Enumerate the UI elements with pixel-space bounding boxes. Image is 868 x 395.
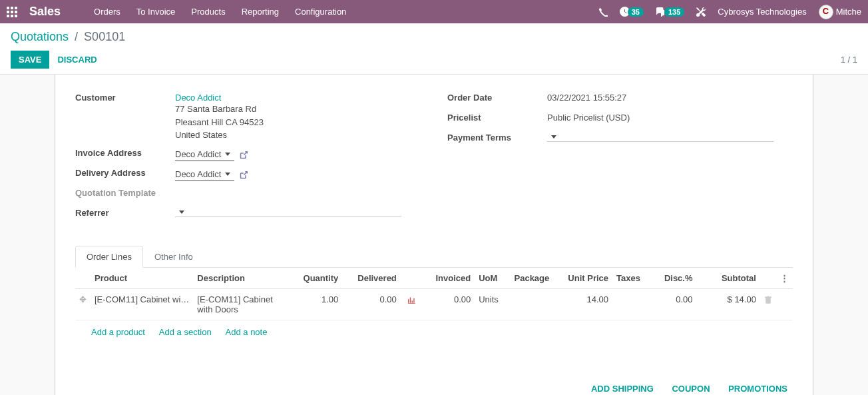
breadcrumb-root[interactable]: Quotations bbox=[11, 30, 69, 43]
table-row[interactable]: ✥ [E-COM11] Cabinet with … [E-COM11] Cab… bbox=[75, 288, 793, 320]
company-name[interactable]: Cybrosys Technologies bbox=[718, 7, 806, 17]
form-tabs: Order Lines Other Info bbox=[75, 246, 793, 268]
customer-addr1: 77 Santa Barbara Rd bbox=[175, 103, 421, 116]
th-subtotal: Subtotal bbox=[697, 268, 760, 289]
save-button[interactable]: SAVE bbox=[11, 51, 49, 69]
th-description: Description bbox=[193, 268, 290, 289]
th-quantity: Quantity bbox=[290, 268, 342, 289]
customer-addr3: United States bbox=[175, 129, 421, 142]
delivery-addr-field[interactable]: Deco Addict bbox=[175, 168, 234, 181]
nav-right: 35 135 Cybrosys Technologies Mitche bbox=[598, 5, 861, 19]
referrer-field[interactable] bbox=[175, 208, 401, 217]
add-section-link[interactable]: Add a section bbox=[159, 327, 212, 337]
external-link-icon[interactable] bbox=[240, 149, 248, 159]
th-uom: UoM bbox=[475, 268, 510, 289]
cell-unit-price[interactable]: 14.00 bbox=[556, 288, 612, 320]
th-invoiced: Invoiced bbox=[420, 268, 475, 289]
chevron-down-icon[interactable] bbox=[551, 135, 556, 139]
breadcrumb-sep: / bbox=[75, 30, 78, 43]
cell-product[interactable]: [E-COM11] Cabinet with … bbox=[91, 288, 193, 320]
cell-description[interactable]: [E-COM11] Cabinet with Doors bbox=[193, 288, 290, 320]
discard-button[interactable]: DISCARD bbox=[57, 55, 97, 65]
user-menu[interactable]: Mitche bbox=[819, 5, 861, 19]
pricelist-label: Pricelist bbox=[447, 111, 547, 123]
pager[interactable]: 1 / 1 bbox=[841, 55, 857, 65]
customer-label: Customer bbox=[75, 91, 175, 103]
cell-quantity[interactable]: 1.00 bbox=[290, 288, 342, 320]
user-avatar bbox=[819, 5, 833, 19]
forecast-icon[interactable] bbox=[407, 294, 416, 304]
breadcrumb-current: S00101 bbox=[84, 30, 125, 43]
customer-link[interactable]: Deco Addict bbox=[175, 93, 221, 103]
user-name: Mitche bbox=[836, 7, 861, 17]
chevron-down-icon[interactable] bbox=[179, 210, 184, 214]
tab-other-info[interactable]: Other Info bbox=[143, 246, 204, 268]
cell-uom[interactable]: Units bbox=[475, 288, 510, 320]
th-unit-price: Unit Price bbox=[556, 268, 612, 289]
phone-icon[interactable] bbox=[598, 7, 608, 17]
add-product-link[interactable]: Add a product bbox=[91, 327, 145, 337]
messages-badge: 135 bbox=[664, 7, 684, 17]
referrer-label: Referrer bbox=[75, 206, 175, 218]
nav-reporting[interactable]: Reporting bbox=[242, 7, 279, 17]
order-lines-table: Product Description Quantity Delivered I… bbox=[75, 268, 793, 320]
promotions-link[interactable]: PROMOTIONS bbox=[728, 384, 787, 394]
order-date-value[interactable]: 03/22/2021 15:55:27 bbox=[547, 91, 793, 103]
activity-icon[interactable]: 35 bbox=[620, 7, 644, 17]
payment-terms-label: Payment Terms bbox=[447, 131, 547, 143]
customer-addr2: Pleasant Hill CA 94523 bbox=[175, 116, 421, 129]
invoice-addr-value: Deco Addict bbox=[175, 149, 221, 159]
activity-badge: 35 bbox=[628, 7, 644, 17]
payment-terms-field[interactable] bbox=[547, 133, 773, 142]
invoice-addr-label: Invoice Address bbox=[75, 146, 175, 158]
settings-icon[interactable] bbox=[696, 7, 706, 17]
drag-handle-icon[interactable]: ✥ bbox=[79, 294, 87, 304]
control-panel: Quotations / S00101 SAVE DISCARD 1 / 1 bbox=[0, 23, 868, 75]
nav-orders[interactable]: Orders bbox=[94, 7, 120, 17]
delivery-addr-value: Deco Addict bbox=[175, 169, 221, 179]
cell-taxes[interactable] bbox=[612, 288, 646, 320]
messages-icon[interactable]: 135 bbox=[656, 7, 684, 17]
trash-icon[interactable] bbox=[764, 294, 772, 304]
chevron-down-icon[interactable] bbox=[225, 173, 230, 176]
invoice-addr-field[interactable]: Deco Addict bbox=[175, 148, 234, 161]
coupon-link[interactable]: COUPON bbox=[672, 384, 710, 394]
cell-disc[interactable]: 0.00 bbox=[646, 288, 697, 320]
cell-delivered[interactable]: 0.00 bbox=[342, 288, 401, 320]
tab-order-lines[interactable]: Order Lines bbox=[75, 246, 143, 268]
cell-invoiced[interactable]: 0.00 bbox=[420, 288, 475, 320]
main-navbar: Sales Orders To Invoice Products Reporti… bbox=[0, 0, 868, 23]
apps-icon[interactable] bbox=[7, 7, 17, 17]
add-shipping-link[interactable]: ADD SHIPPING bbox=[591, 384, 654, 394]
th-taxes: Taxes bbox=[612, 268, 646, 289]
th-disc: Disc.% bbox=[646, 268, 697, 289]
chevron-down-icon[interactable] bbox=[225, 153, 230, 156]
add-line-links: Add a product Add a section Add a note bbox=[75, 320, 793, 344]
breadcrumb: Quotations / S00101 bbox=[11, 30, 857, 44]
external-link-icon[interactable] bbox=[240, 169, 248, 179]
nav-menu: Orders To Invoice Products Reporting Con… bbox=[94, 7, 346, 17]
th-package: Package bbox=[511, 268, 556, 289]
brand-title[interactable]: Sales bbox=[29, 5, 61, 19]
cell-subtotal: $ 14.00 bbox=[697, 288, 760, 320]
nav-configuration[interactable]: Configuration bbox=[295, 7, 346, 17]
form-background: Customer Deco Addict 77 Santa Barbara Rd… bbox=[0, 75, 868, 395]
order-date-label: Order Date bbox=[447, 91, 547, 103]
th-delivered: Delivered bbox=[342, 268, 401, 289]
th-product: Product bbox=[91, 268, 193, 289]
nav-to-invoice[interactable]: To Invoice bbox=[136, 7, 176, 17]
delivery-addr-label: Delivery Address bbox=[75, 166, 175, 178]
cell-package[interactable] bbox=[511, 288, 556, 320]
add-note-link[interactable]: Add a note bbox=[226, 327, 268, 337]
bottom-actions: ADD SHIPPING COUPON PROMOTIONS bbox=[75, 384, 793, 394]
quotation-tpl-label: Quotation Template bbox=[75, 186, 175, 198]
form-sheet: Customer Deco Addict 77 Santa Barbara Rd… bbox=[55, 75, 813, 395]
kebab-icon[interactable]: ⋮ bbox=[780, 273, 789, 283]
pricelist-value[interactable]: Public Pricelist (USD) bbox=[547, 111, 793, 123]
nav-products[interactable]: Products bbox=[191, 7, 225, 17]
